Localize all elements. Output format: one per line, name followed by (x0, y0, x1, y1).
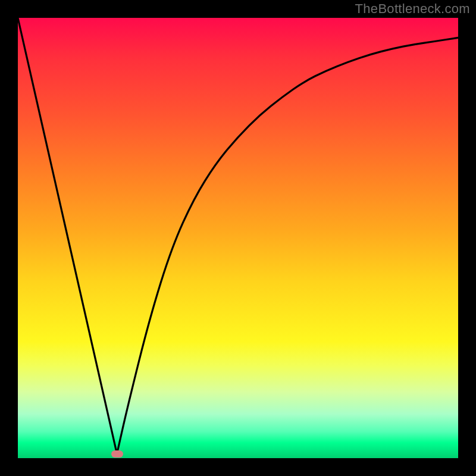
plot-area (18, 18, 458, 458)
attribution-text: TheBottleneck.com (355, 1, 470, 17)
optimum-marker (111, 450, 123, 458)
chart-frame: TheBottleneck.com (0, 0, 476, 476)
curve-svg (18, 18, 458, 458)
bottleneck-curve-path (18, 18, 458, 454)
